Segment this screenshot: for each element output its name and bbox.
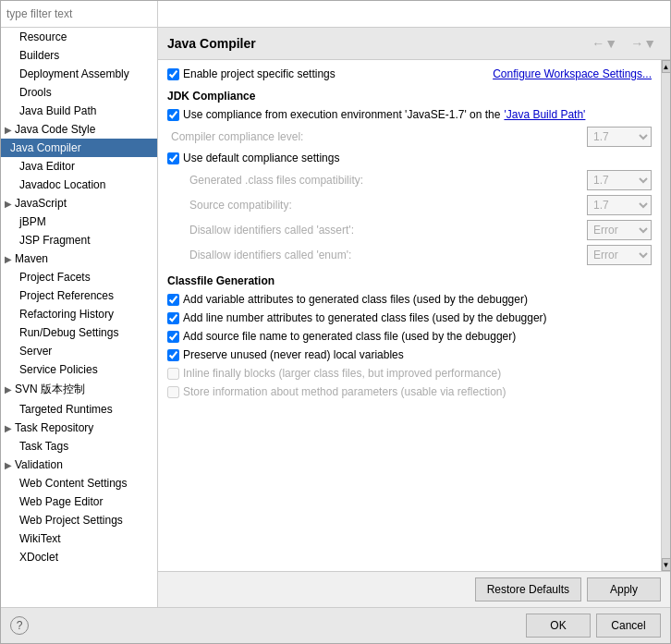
generated-select[interactable]: 1.7 (587, 170, 652, 190)
sidebar-item-label-refactoring-history: Refactoring History (19, 308, 114, 321)
inline-checkbox[interactable] (167, 368, 179, 380)
java-build-path-link[interactable]: 'Java Build Path' (504, 108, 585, 121)
sidebar-item-label-javascript: JavaScript (15, 197, 67, 210)
compiler-compliance-select[interactable]: 1.7 (587, 127, 652, 147)
add-variable-checkbox[interactable] (167, 294, 179, 306)
preserve-checkbox[interactable] (167, 349, 179, 361)
preferences-dialog: ResourceBuildersDeployment AssemblyDrool… (0, 0, 671, 644)
classfile-header: Classfile Generation (167, 274, 652, 287)
filter-input[interactable] (1, 1, 158, 27)
sidebar-item-drools[interactable]: Drools (1, 83, 157, 102)
cancel-button[interactable]: Cancel (596, 614, 661, 638)
sidebar-item-web-page-editor[interactable]: Web Page Editor (1, 492, 157, 511)
sidebar-item-java-code-style[interactable]: ▶Java Code Style (1, 120, 157, 139)
sidebar-item-project-references[interactable]: Project References (1, 286, 157, 305)
sidebar-item-targeted-runtimes[interactable]: Targeted Runtimes (1, 400, 157, 419)
compiler-compliance-label: Compiler compliance level: (171, 130, 303, 143)
filter-bar (1, 1, 670, 28)
add-source-checkbox[interactable] (167, 331, 179, 343)
sidebar-item-javascript[interactable]: ▶JavaScript (1, 194, 157, 213)
sidebar-item-label-xdoclet: XDoclet (19, 551, 58, 564)
sidebar-item-label-task-repository: Task Repository (15, 421, 93, 434)
scrollbar: ▲ ▼ (661, 60, 670, 571)
sidebar-item-refactoring-history[interactable]: Refactoring History (1, 305, 157, 323)
disallow-enum-select[interactable]: Error (587, 245, 652, 265)
add-line-row: Add line number attributes to generated … (167, 311, 652, 324)
sidebar: ResourceBuildersDeployment AssemblyDrool… (1, 28, 158, 607)
sidebar-item-label-validation: Validation (15, 458, 63, 471)
sidebar-item-java-build-path[interactable]: Java Build Path (1, 102, 157, 120)
sidebar-item-run-debug-settings[interactable]: Run/Debug Settings (1, 323, 157, 342)
add-line-checkbox[interactable] (167, 312, 179, 324)
scroll-up[interactable]: ▲ (662, 60, 671, 73)
sidebar-item-task-repository[interactable]: ▶Task Repository (1, 419, 157, 437)
sidebar-item-label-web-project-settings: Web Project Settings (19, 514, 123, 527)
sidebar-item-wikitext[interactable]: WikiText (1, 529, 157, 548)
sidebar-item-label-java-code-style: Java Code Style (15, 123, 95, 136)
add-variable-label: Add variable attributes to generated cla… (167, 293, 528, 306)
help-icon[interactable]: ? (10, 616, 29, 635)
configure-link[interactable]: Configure Workspace Settings... (493, 67, 652, 80)
generated-label: Generated .class files compatibility: (189, 174, 363, 187)
sidebar-item-label-svn: SVN 版本控制 (15, 382, 85, 397)
sidebar-item-maven[interactable]: ▶Maven (1, 249, 157, 268)
sidebar-item-label-java-build-path: Java Build Path (19, 104, 96, 117)
sidebar-item-jsp-fragment[interactable]: JSP Fragment (1, 231, 157, 249)
use-compliance-label: Use compliance from execution environmen… (167, 108, 585, 121)
sidebar-item-label-run-debug-settings: Run/Debug Settings (19, 326, 118, 339)
sidebar-item-svn[interactable]: ▶SVN 版本控制 (1, 379, 157, 400)
scroll-down[interactable]: ▼ (662, 558, 671, 571)
sidebar-item-jbpm[interactable]: jBPM (1, 213, 157, 231)
sidebar-item-label-drools: Drools (19, 86, 52, 99)
sidebar-item-builders[interactable]: Builders (1, 46, 157, 65)
disallow-enum-row: Disallow identifiers called 'enum': Erro… (167, 245, 652, 265)
nav-forward-arrow[interactable]: →▼ (626, 33, 661, 54)
sidebar-item-project-facets[interactable]: Project Facets (1, 268, 157, 286)
sidebar-item-xdoclet[interactable]: XDoclet (1, 548, 157, 566)
inline-label: Inline finally blocks (larger class file… (167, 367, 501, 380)
apply-button[interactable]: Apply (587, 577, 661, 601)
ok-button[interactable]: OK (526, 614, 591, 638)
sidebar-item-web-project-settings[interactable]: Web Project Settings (1, 511, 157, 529)
nav-back-arrow[interactable]: ←▼ (587, 33, 622, 54)
sidebar-item-label-javadoc-location: Javadoc Location (19, 178, 105, 191)
enable-row: Enable project specific settings Configu… (167, 67, 652, 80)
store-checkbox[interactable] (167, 386, 179, 398)
store-row: Store information about method parameter… (167, 385, 652, 398)
inline-row: Inline finally blocks (larger class file… (167, 367, 652, 380)
sidebar-item-label-web-content-settings: Web Content Settings (19, 477, 128, 490)
disallow-assert-label: Disallow identifiers called 'assert': (189, 224, 354, 237)
sidebar-item-deployment-assembly[interactable]: Deployment Assembly (1, 65, 157, 83)
sidebar-item-task-tags[interactable]: Task Tags (1, 437, 157, 456)
enable-label: Enable project specific settings (183, 67, 336, 80)
sidebar-item-label-task-tags: Task Tags (19, 440, 68, 453)
sidebar-item-label-java-compiler: Java Compiler (10, 141, 81, 154)
sidebar-item-resource[interactable]: Resource (1, 28, 157, 46)
sidebar-item-java-editor[interactable]: Java Editor (1, 157, 157, 176)
sidebar-item-label-project-references: Project References (19, 289, 114, 302)
use-default-checkbox[interactable] (167, 152, 179, 164)
sidebar-item-web-content-settings[interactable]: Web Content Settings (1, 474, 157, 492)
enable-checkbox[interactable] (167, 68, 179, 80)
sidebar-item-label-jbpm: jBPM (19, 215, 46, 228)
source-select[interactable]: 1.7 (587, 195, 652, 215)
disallow-assert-select[interactable]: Error (587, 220, 652, 240)
add-source-label: Add source file name to generated class … (167, 330, 516, 343)
use-default-label: Use default compliance settings (167, 152, 339, 164)
source-label: Source compatibility: (189, 199, 292, 212)
sidebar-item-validation[interactable]: ▶Validation (1, 456, 157, 474)
sidebar-item-label-wikitext: WikiText (19, 532, 61, 545)
sidebar-item-service-policies[interactable]: Service Policies (1, 360, 157, 379)
generated-row: Generated .class files compatibility: 1.… (167, 170, 652, 190)
preserve-row: Preserve unused (never read) local varia… (167, 348, 652, 361)
use-compliance-checkbox[interactable] (167, 109, 179, 121)
jdk-compliance-header: JDK Compliance (167, 90, 652, 103)
restore-defaults-button[interactable]: Restore Defaults (475, 577, 581, 601)
sidebar-item-server[interactable]: Server (1, 342, 157, 360)
sidebar-item-label-resource: Resource (19, 30, 67, 43)
compiler-compliance-row: Compiler compliance level: 1.7 (167, 127, 652, 147)
sidebar-item-javadoc-location[interactable]: Javadoc Location (1, 176, 157, 194)
disallow-assert-row: Disallow identifiers called 'assert': Er… (167, 220, 652, 240)
sidebar-item-java-compiler[interactable]: Java Compiler (1, 139, 157, 157)
content-title: Java Compiler (167, 36, 256, 51)
